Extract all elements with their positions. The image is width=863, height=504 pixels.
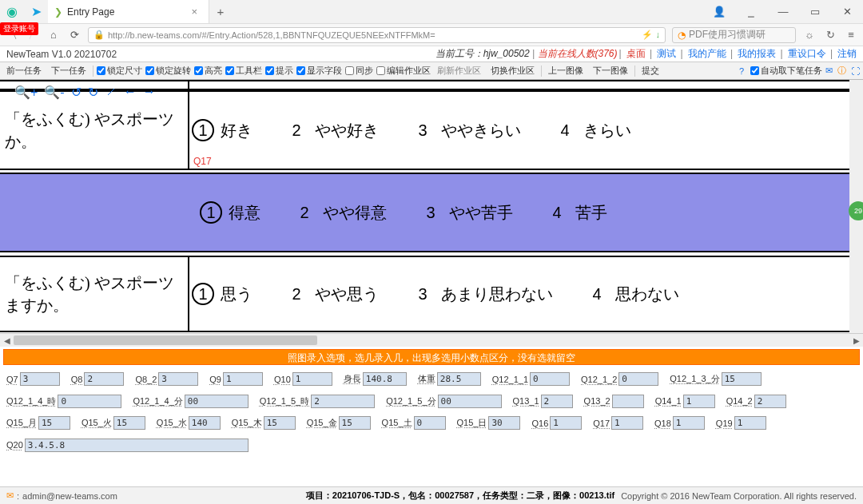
mail-icon[interactable]: ✉	[825, 65, 833, 76]
status-email[interactable]: ✉ : admin@new-teams.com	[6, 490, 117, 501]
field-input[interactable]	[550, 416, 582, 430]
highlight-check[interactable]: 高亮	[194, 65, 222, 77]
option-number: 4	[553, 121, 577, 140]
rotate-right-icon[interactable]: ↻	[88, 85, 98, 100]
nav-reload-icon[interactable]: ⟳	[67, 29, 82, 41]
arrow-right-icon[interactable]: →	[143, 85, 156, 100]
field-input[interactable]	[185, 395, 249, 408]
field-input[interactable]	[438, 395, 502, 408]
submit-button[interactable]: 提交	[638, 65, 662, 77]
field-input[interactable]	[25, 439, 249, 452]
menu-icon[interactable]: ≡	[844, 29, 858, 41]
scroll-right-icon[interactable]: ▶	[849, 336, 863, 345]
field-input[interactable]	[223, 372, 263, 386]
toolbar-check[interactable]: 工具栏	[225, 65, 262, 77]
dash-icon[interactable]: ⎯	[735, 0, 767, 23]
nav-home-icon[interactable]: ⌂	[46, 29, 61, 41]
extensions-icon[interactable]: ⚡ ↓	[642, 30, 660, 40]
field-label: Q7	[6, 375, 18, 384]
fullscreen-icon[interactable]: ⛶	[851, 66, 860, 76]
field-input[interactable]	[414, 416, 446, 430]
hint-check[interactable]: 提示	[265, 65, 293, 77]
field-input[interactable]	[612, 395, 644, 408]
switch-area-button[interactable]: 切换作业区	[487, 65, 538, 77]
nav-capacity[interactable]: 我的产能	[688, 48, 726, 59]
lock-size-check[interactable]: 锁定尺寸	[97, 65, 142, 77]
field-input[interactable]	[339, 416, 371, 430]
option-text: 好き	[221, 120, 253, 141]
window-close-icon[interactable]: ✕	[831, 0, 863, 23]
scroll-thumb[interactable]	[14, 335, 317, 345]
field-label: Q19	[716, 419, 733, 428]
h-scrollbar[interactable]: ◀ ▶	[0, 333, 863, 347]
field-input[interactable]	[158, 372, 198, 386]
nav-test[interactable]: 测试	[657, 48, 676, 59]
field-input[interactable]	[722, 372, 762, 386]
field-input[interactable]	[38, 416, 70, 430]
sync-check[interactable]: 同步	[345, 65, 373, 77]
nav-reset[interactable]: 重设口令	[788, 48, 826, 59]
field-input[interactable]	[292, 372, 332, 386]
field-input[interactable]	[84, 372, 124, 386]
download-icon[interactable]: ↻	[823, 29, 837, 41]
nav-desktop[interactable]: 桌面	[626, 48, 646, 59]
help-icon[interactable]: ?	[736, 66, 747, 76]
next-img-button[interactable]: 下一图像	[590, 65, 631, 77]
arrow-left-icon[interactable]: ←	[124, 85, 137, 100]
theme-icon[interactable]: ☼	[802, 29, 817, 41]
prev-img-button[interactable]: 上一图像	[545, 65, 587, 77]
field-label: Q15_水	[157, 417, 187, 429]
field-input[interactable]	[437, 372, 481, 386]
field-input[interactable]	[189, 416, 221, 430]
field-input[interactable]	[683, 395, 715, 408]
field-input[interactable]	[264, 416, 296, 430]
tab-close-icon[interactable]: ×	[191, 6, 197, 18]
field-Q17: Q17	[593, 416, 643, 430]
option-number: 4	[585, 285, 609, 304]
new-tab-button[interactable]: +	[209, 0, 232, 23]
field-input[interactable]	[311, 395, 375, 408]
green-badge[interactable]: 29	[849, 201, 863, 220]
field-input[interactable]	[363, 372, 407, 386]
browser-tab[interactable]: ❯ Entry Page ×	[48, 0, 209, 23]
edit-area-check[interactable]: 编辑作业区	[376, 65, 431, 77]
refresh-area-button[interactable]: 刷新作业区	[434, 65, 484, 77]
nav-logout[interactable]: 注销	[837, 48, 857, 59]
zoom-in-icon[interactable]: 🔍+	[14, 85, 38, 100]
acct-icon[interactable]: 👤	[703, 0, 735, 23]
prev-task-button[interactable]: 前一任务	[3, 65, 45, 77]
field-input[interactable]	[113, 416, 145, 430]
image-view[interactable]: 「をふくむ) やスポーツか。1好き2やや好き3ややきらい4きらいQ171得意2や…	[0, 80, 863, 333]
field-label: Q14_1	[655, 396, 682, 406]
window-minimize-icon[interactable]: —	[767, 0, 799, 23]
window-maximize-icon[interactable]: ▭	[799, 0, 831, 23]
question-row[interactable]: 「をふくむ) やスポーツますか。1思う2やや思う3あまり思わない4思わない	[0, 256, 849, 332]
field-Q14_1: Q14_1	[655, 395, 715, 408]
url-field[interactable]: 🔒 http://b.new-teams.com/#/Entry.Action/…	[88, 27, 666, 43]
fit-icon[interactable]: ⟋	[105, 85, 117, 100]
field-input[interactable]	[58, 395, 121, 408]
show-field-check[interactable]: 显示字段	[296, 65, 342, 77]
field-input[interactable]	[541, 395, 573, 408]
info-icon[interactable]: ⓘ	[837, 65, 846, 77]
auto-next-check[interactable]: 自动取下笔任务	[750, 65, 822, 77]
rotate-left-icon[interactable]: ↺	[71, 85, 82, 100]
field-input[interactable]	[673, 416, 705, 430]
question-row[interactable]: 「をふくむ) やスポーツか。1好き2やや好き3ややきらい4きらいQ17	[0, 90, 849, 170]
question-row[interactable]: 1得意2やや得意3やや苦手4苦手	[0, 173, 849, 252]
scroll-left-icon[interactable]: ◀	[0, 336, 14, 345]
field-input[interactable]	[20, 372, 60, 386]
zoom-out-icon[interactable]: 🔍-	[44, 85, 64, 100]
send-icon[interactable]: ➤	[24, 0, 48, 23]
field-label: Q15_金	[307, 417, 337, 429]
field-input[interactable]	[754, 395, 786, 408]
field-input[interactable]	[530, 372, 570, 386]
field-input[interactable]	[611, 416, 643, 430]
next-task-button[interactable]: 下一任务	[48, 65, 89, 77]
lock-rotate-check[interactable]: 锁定旋转	[145, 65, 191, 77]
field-input[interactable]	[488, 416, 520, 430]
field-input[interactable]	[618, 372, 658, 386]
nav-report[interactable]: 我的报表	[738, 48, 776, 59]
pdf-search[interactable]: ◔ PDF使用习惯调研	[672, 27, 796, 43]
field-input[interactable]	[734, 416, 766, 430]
